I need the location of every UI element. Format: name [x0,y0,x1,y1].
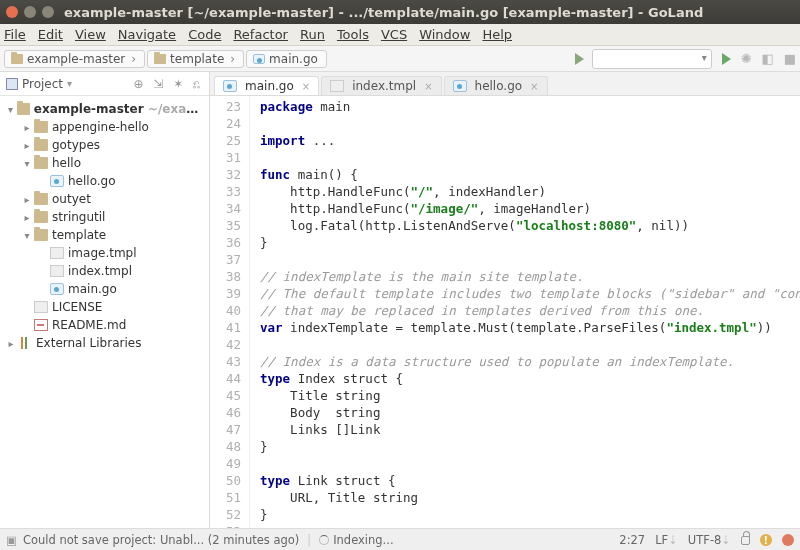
chevron-right-icon[interactable]: ▸ [22,212,32,223]
project-icon [6,78,18,90]
editor-tab-index-tmpl[interactable]: index.tmpl × [321,76,441,95]
run-button-icon[interactable] [722,53,731,65]
chevron-right-icon[interactable]: ▸ [6,338,16,349]
tree-item[interactable]: ▸LICENSE [0,298,209,316]
tree-item[interactable]: ▸gotypes [0,136,209,154]
tree-item-label: hello.go [68,174,116,188]
debug-icon[interactable]: ✺ [741,51,752,66]
go-file-icon [50,283,64,295]
build-icon[interactable] [575,53,584,65]
breadcrumb-label: example-master [27,52,125,66]
chevron-down-icon: ▾ [67,78,72,89]
menu-tools[interactable]: Tools [337,27,369,42]
project-view-label: Project [22,77,63,91]
close-icon[interactable]: × [302,81,310,92]
coverage-icon[interactable]: ◧ [762,51,774,66]
menu-view[interactable]: View [75,27,106,42]
run-extra-icons: ✺ ◧ ■ [735,51,796,66]
tree-item[interactable]: ▸hello.go [0,172,209,190]
tree-item-label: hello [52,156,81,170]
menu-help[interactable]: Help [482,27,512,42]
line-separator[interactable]: LF⇣ [655,533,678,547]
source[interactable]: package mainimport ...func main() { http… [250,96,800,528]
go-file-icon [453,80,467,92]
menu-refactor[interactable]: Refactor [233,27,288,42]
breadcrumb-label: template [170,52,224,66]
chevron-down-icon[interactable]: ▾ [6,104,15,115]
window-minimize-button[interactable] [24,6,36,18]
tree-item-label: README.md [52,318,126,332]
project-tree[interactable]: ▾ example-master ~/examples ▸appengine-h… [0,96,209,356]
breadcrumb-folder[interactable]: template [147,50,244,68]
tree-external-libraries[interactable]: ▸ External Libraries [0,334,209,352]
folder-icon [11,54,23,64]
editor-tab-hello-go[interactable]: hello.go × [444,76,548,95]
chevron-right-icon[interactable]: ▸ [22,194,32,205]
go-file-icon [223,80,237,92]
folder-icon [34,211,48,223]
folder-icon [34,121,48,133]
project-toolbar-actions[interactable]: ⊕ ⇲ ✶ ⎌ [133,77,203,91]
tree-root[interactable]: ▾ example-master ~/examples [0,100,209,118]
notifications-icon[interactable] [760,534,772,546]
editor-tab-label: main.go [245,79,294,93]
tree-item[interactable]: ▸outyet [0,190,209,208]
tree-item[interactable]: ▸index.tmpl [0,262,209,280]
menu-code[interactable]: Code [188,27,221,42]
status-bar: ▣ Could not save project: Unabl... (2 mi… [0,528,800,550]
stop-icon[interactable]: ■ [784,51,796,66]
breadcrumb-project[interactable]: example-master [4,50,145,68]
tree-item[interactable]: ▾hello [0,154,209,172]
close-icon[interactable]: × [424,81,432,92]
code-area[interactable]: 2324253132333435363738394041424344454647… [210,96,800,528]
menubar: File Edit View Navigate Code Refactor Ru… [0,24,800,46]
file-icon [50,265,64,277]
tree-item[interactable]: ▾template [0,226,209,244]
chevron-right-icon[interactable]: ▸ [22,140,32,151]
file-icon [50,247,64,259]
chevron-right-icon[interactable]: ▸ [22,122,32,133]
menu-file[interactable]: File [4,27,26,42]
folder-icon [34,193,48,205]
project-view-selector[interactable]: Project ▾ [6,77,72,91]
toggle-tool-windows-icon[interactable]: ▣ [6,533,17,547]
close-icon[interactable]: × [530,81,538,92]
ide-status-icon[interactable] [782,534,794,546]
menu-vcs[interactable]: VCS [381,27,407,42]
tree-item[interactable]: ▸README.md [0,316,209,334]
window-maximize-button[interactable] [42,6,54,18]
tree-item-label: stringutil [52,210,105,224]
run-config-select[interactable] [592,49,712,69]
tree-root-label: example-master [34,102,144,116]
editor-tab-main-go[interactable]: main.go × [214,76,319,95]
folder-icon [34,139,48,151]
tree-item-label: gotypes [52,138,100,152]
status-message-save[interactable]: Could not save project: Unabl... (2 minu… [23,533,299,547]
tree-item[interactable]: ▸image.tmpl [0,244,209,262]
lock-icon[interactable] [741,536,750,545]
menu-navigate[interactable]: Navigate [118,27,176,42]
editor-tab-label: hello.go [475,79,523,93]
file-encoding[interactable]: UTF-8⇣ [688,533,731,547]
tree-item[interactable]: ▸appengine-hello [0,118,209,136]
gutter[interactable]: 2324253132333435363738394041424344454647… [210,96,250,528]
chevron-down-icon[interactable]: ▾ [22,230,32,241]
status-message-indexing[interactable]: Indexing... [333,533,393,547]
folder-icon [154,54,166,64]
chevron-down-icon[interactable]: ▾ [22,158,32,169]
tree-item[interactable]: ▸stringutil [0,208,209,226]
tree-item[interactable]: ▸main.go [0,280,209,298]
go-file-icon [253,54,265,64]
menu-window[interactable]: Window [419,27,470,42]
window-titlebar: example-master [~/example-master] - .../… [0,0,800,24]
caret-position[interactable]: 2:27 [619,533,645,547]
menu-run[interactable]: Run [300,27,325,42]
menu-edit[interactable]: Edit [38,27,63,42]
breadcrumb-file[interactable]: main.go [246,50,327,68]
project-tool-window: Project ▾ ⊕ ⇲ ✶ ⎌ ▾ example-master ~/exa… [0,72,210,528]
tree-item-label: template [52,228,106,242]
window-close-button[interactable] [6,6,18,18]
tree-item-label: main.go [68,282,117,296]
folder-icon [34,229,48,241]
project-toolbar: Project ▾ ⊕ ⇲ ✶ ⎌ [0,72,209,96]
